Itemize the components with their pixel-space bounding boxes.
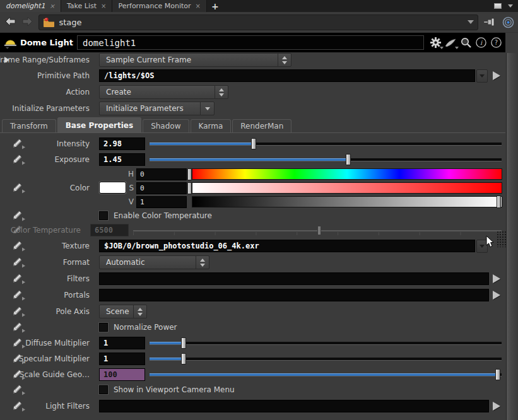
back-button[interactable] [4,16,18,28]
saturation-gradient-slider[interactable] [192,182,502,194]
channel-pencil-icon[interactable] [11,257,22,268]
pole-axis-menu[interactable]: Scene [99,305,147,318]
node-name-field[interactable]: domelight1 [77,35,424,50]
channel-pencil-icon[interactable] [11,385,22,395]
intensity-slider[interactable] [150,137,502,149]
path-history-caret-icon[interactable] [468,20,474,24]
initialize-parameters-button[interactable]: Initialize Parameters [99,102,215,115]
pane-tab-label: Take List [67,2,97,10]
gear-menu-button[interactable] [429,37,442,49]
hue-gradient-slider[interactable] [192,168,502,180]
intensity-value-field[interactable]: 2.98 [99,137,145,150]
channel-pencil-icon[interactable] [11,274,22,284]
diffuse-multiplier-slider[interactable] [150,337,502,349]
channel-pencil-icon[interactable] [11,337,22,348]
channel-pencil-icon[interactable] [11,290,22,301]
pane-tab-domelight1[interactable]: domelight1 × [0,0,61,12]
format-menu[interactable]: Automatic [99,255,209,269]
channel-pencil-icon[interactable] [11,183,22,194]
texture-value-field[interactable]: $JOB/0/brown_photostudio_06_4k.exr [99,240,475,252]
channel-pencil-icon[interactable] [11,211,22,221]
channel-pencil-icon[interactable] [11,138,22,149]
tab-karma[interactable]: Karma [191,119,232,132]
specular-multiplier-slider[interactable] [150,353,502,365]
light-filters-value-field[interactable] [99,400,489,412]
saturation-value-field[interactable]: 0 [136,182,187,194]
diffuse-multiplier-slider-handle[interactable] [181,337,186,349]
pin-icon[interactable] [483,16,497,28]
saturation-slider-handle[interactable] [187,182,192,194]
hue-value-field[interactable]: 0 [136,168,187,180]
close-icon[interactable]: × [101,3,106,9]
exposure-row: Exposure 1.45 [0,151,505,167]
exposure-slider-handle[interactable] [346,154,351,165]
channel-pencil-icon[interactable] [11,154,22,165]
value-value-field[interactable]: 1 [136,196,187,208]
select-node-arrow-icon[interactable] [493,274,500,283]
tab-transform[interactable]: Transform [2,119,56,132]
channel-pencil-icon[interactable] [11,241,22,252]
search-button[interactable] [459,37,472,49]
specular-multiplier-value-field[interactable]: 1 [99,353,145,365]
tab-renderman[interactable]: RenderMan [232,119,291,132]
intensity-slider-handle[interactable] [251,138,256,149]
help-button[interactable]: ? [490,37,502,49]
channel-pencil-icon[interactable] [11,369,22,380]
pane-tab-take-list[interactable]: Take List × [61,0,113,12]
info-button[interactable]: i [474,37,487,49]
color-swatch[interactable] [99,182,126,194]
exposure-value-field[interactable]: 1.45 [99,153,145,166]
diffuse-multiplier-value-field[interactable]: 1 [99,337,145,349]
close-icon[interactable]: × [50,3,55,9]
show-in-viewport-checkbox[interactable] [99,385,108,394]
action-label: Action [66,88,95,96]
pane-link-controls [483,16,514,28]
scale-guide-geometry-value-field[interactable]: 100 [99,368,145,381]
enable-color-temperature-checkbox[interactable] [99,211,108,220]
portals-label: Portals [64,291,95,300]
channel-pencil-icon[interactable] [11,322,22,333]
path-menu-caret-button[interactable] [476,69,488,83]
pane-menu-caret-icon[interactable] [508,4,513,8]
select-node-arrow-icon[interactable] [493,402,500,411]
maximize-pane-icon[interactable] [494,3,502,9]
hue-slider-handle[interactable] [187,168,192,180]
filters-value-field[interactable] [99,272,489,285]
format-row: Format Automatic [0,254,505,271]
action-menu[interactable]: Create [99,85,228,99]
parameter-scrollbar[interactable] [506,53,518,420]
dome-light-icon[interactable] [3,37,18,49]
channel-pencil-icon[interactable] [11,400,22,411]
action-value: Create [106,88,131,96]
link-target-icon[interactable] [502,16,514,28]
channel-pencil-icon[interactable] [11,306,22,317]
new-tab-button[interactable]: + [207,0,223,12]
forward-button[interactable] [20,16,34,28]
close-icon[interactable]: × [196,3,201,9]
exposure-slider[interactable] [150,153,502,165]
primitive-path-field[interactable]: /lights/$OS [99,69,475,82]
specular-multiplier-slider-handle[interactable] [181,353,186,365]
intensity-label: Intensity [57,139,95,148]
menu-spinner-icon [278,54,291,66]
tab-shadow[interactable]: Shadow [143,119,189,132]
collapse-expander-icon[interactable] [4,57,9,63]
scale-guide-geometry-slider-handle[interactable] [495,369,500,380]
pane-tab-performance-monitor[interactable]: Performance Monitor × [112,0,206,12]
portals-value-field[interactable] [99,289,489,301]
filters-row: Filters [0,271,505,287]
brush-menu-button[interactable] [444,37,457,49]
network-path-field[interactable]: stage [38,15,478,30]
primitive-path-value: /lights/$OS [104,71,154,80]
value-gradient-slider[interactable] [192,196,502,207]
scale-guide-geometry-slider[interactable] [150,368,502,380]
select-node-arrow-icon[interactable] [493,291,500,300]
value-slider-handle[interactable] [497,195,501,208]
normalize-power-checkbox[interactable] [99,323,108,332]
select-node-arrow-icon[interactable] [493,71,500,80]
frame-range-menu[interactable]: Sample Current Frame [99,53,291,67]
channel-pencil-icon[interactable] [11,353,22,364]
texture-label: Texture [62,242,95,250]
tab-base-properties[interactable]: Base Properties [57,117,141,132]
initialize-parameters-button-label: Initialize Parameters [106,104,184,113]
